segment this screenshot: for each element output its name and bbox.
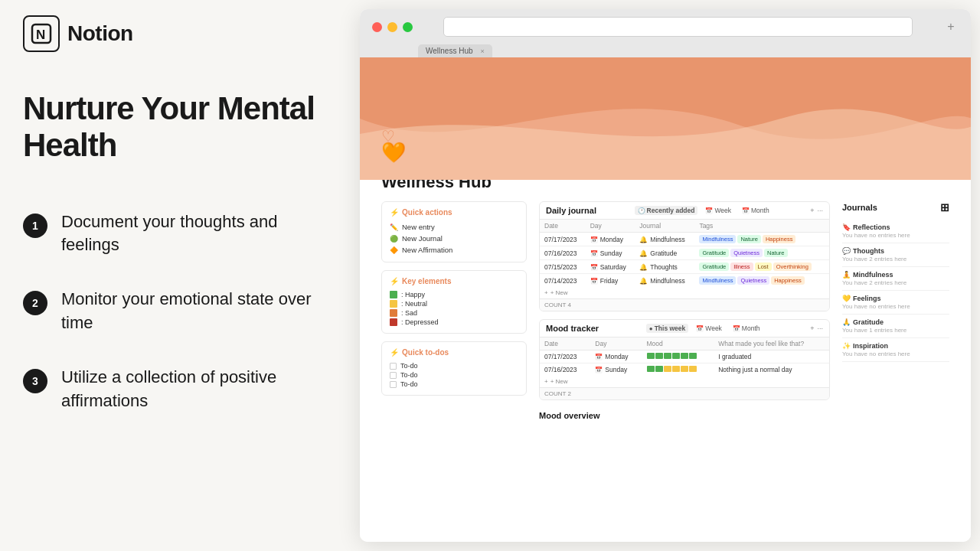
db-actions[interactable]: + ··· [810,207,823,214]
qa-new-entry[interactable]: ✏️ New entry [390,221,518,233]
add-col-btn-mood[interactable]: + [810,324,814,332]
logo-area: N Notion [23,15,337,52]
journal-entries-list: 🔖 Reflections You have no entries here 💬… [842,220,949,362]
table-row[interactable]: 07/15/2023 📅Saturday 🔔Thoughts Gratitude… [540,260,829,274]
feature-text-2: Monitor your emotional state over time [61,288,337,335]
mood-count: COUNT 2 [540,387,829,399]
table-row[interactable]: 07/14/2023 📅Friday 🔔Mindfulness Mindfuln… [540,274,829,288]
browser-tab[interactable]: Wellness Hub × [418,44,492,57]
mood-tracker-table: Date Day Mood What made you feel like th… [540,337,829,376]
todo-3[interactable]: To-do [390,380,518,389]
tab-week[interactable]: 📅 Week [702,206,734,215]
cell-journal: 🔔Gratitude [635,246,694,260]
mood-overview: Mood overview [539,408,830,423]
wellness-icon-group: ♡ 🧡 [381,129,949,165]
todo-1[interactable]: To-do [390,361,518,370]
cell-day: 📅Saturday [586,260,635,274]
list-item[interactable]: 🔖 Reflections You have no entries here [842,220,949,243]
close-dot[interactable] [372,22,382,32]
clock-icon: 🕐 [638,207,645,214]
mt-cell-mood [642,364,714,377]
mt-col-mood: Mood [642,337,714,350]
mood-new-row[interactable]: + + New [540,376,829,387]
ke-depressed: : Depressed [390,318,518,327]
calendar-icon-3: 📅 [696,325,704,332]
more-options-btn-mood[interactable]: ··· [817,324,823,332]
tab-close-btn[interactable]: × [481,47,485,55]
journal-new-row[interactable]: + + New [540,287,829,298]
quick-actions-title: ⚡ Quick actions [390,208,518,217]
list-item[interactable]: ✨ Inspiration You have no entries here [842,338,949,362]
mt-cell-note: Nothing just a normal day [714,364,829,377]
right-panel: + Wellness Hub × ♡ [360,0,980,551]
tab-recently-added[interactable]: 🕐 Recently added [635,206,698,215]
affirmation-icon: 🔶 [390,246,398,254]
list-item[interactable]: 🙏 Gratitude You have 1 entries here [842,315,949,338]
todo-checkbox-3[interactable] [390,381,397,388]
key-elements-title: ⚡ Key elements [390,277,518,285]
cell-date: 07/17/2023 [540,233,586,246]
feature-text-3: Utilize a collection of positive affirma… [61,366,337,413]
table-row[interactable]: 07/17/2023 📅Monday 🔔Mindfulness Mindfuln… [540,233,829,246]
cell-tags: MindfulnessQuietnessHappiness [694,274,829,288]
mood-tracker-header: Mood tracker ● This week 📅 Week [540,320,829,337]
browser-chrome: + Wellness Hub × [360,9,971,57]
tab-month[interactable]: 📅 Month [739,206,773,215]
calendar-icon-4: 📅 [733,325,740,332]
ke-neutral: : Neutral [390,299,518,308]
journal-view-icon[interactable]: ⊞ [940,201,949,214]
journal-entry-subtitle: You have 2 entries here [842,279,949,286]
tab-month-mood[interactable]: 📅 Month [730,324,763,333]
dot-icon: ● [649,325,653,332]
qa-new-journal[interactable]: 🟢 New Journal [390,233,518,244]
col-date: Date [540,220,586,233]
left-panel: N Notion Nurture Your Mental Health 1 Do… [0,0,360,551]
journal-count: COUNT 4 [540,298,829,311]
more-options-btn[interactable]: ··· [817,207,823,214]
address-bar[interactable] [443,17,913,37]
cell-date: 07/16/2023 [540,246,586,260]
qa-new-affirmation[interactable]: 🔶 New Affirmation [390,244,518,256]
cell-tags: MindfulnessNatureHappiness [694,233,829,246]
list-item[interactable]: 💬 Thoughts You have 2 entries here [842,243,949,267]
maximize-dot[interactable] [403,22,413,32]
quick-todos-title: ⚡ Quick to-dos [390,348,518,357]
journal-entry-subtitle: You have 1 entries here [842,327,949,334]
table-row[interactable]: 07/16/2023 📅Sunday 🔔Gratitude GratitudeQ… [540,246,829,260]
table-row[interactable]: 07/17/2023 📅Monday I graduated [540,350,829,364]
cell-journal: 🔔Thoughts [635,260,694,274]
todo-checkbox-2[interactable] [390,372,397,379]
mood-tracker-title: Mood tracker [546,324,599,333]
table-row[interactable]: 07/16/2023 📅Sunday Nothing just a normal… [540,364,829,377]
tab-this-week[interactable]: ● This week [646,324,688,333]
depressed-color [390,318,397,326]
list-item[interactable]: 💛 Feelings You have no entries here [842,291,949,315]
feature-text-1: Document your thoughts and feelings [61,210,337,258]
notion-right-col: Journals ⊞ 🔖 Reflections You have no ent… [842,201,949,540]
tab-week-mood[interactable]: 📅 Week [693,324,725,333]
journals-header: Journals ⊞ [842,201,949,214]
mood-tracker-tabs[interactable]: ● This week 📅 Week 📅 M [646,324,763,333]
mood-db-actions[interactable]: + ··· [810,324,823,332]
new-tab-button[interactable]: + [943,20,959,34]
feature-item-2: 2 Monitor your emotional state over time [23,272,337,350]
daily-journal-table: Date Day Journal [540,219,829,287]
todo-checkbox-1[interactable] [390,363,397,370]
cell-day: 📅Monday [586,233,635,246]
notion-logo-icon: N [23,15,60,52]
minimize-dot[interactable] [387,22,397,32]
journal-entry-title: 💛 Feelings [842,295,949,302]
browser-tab-label: Wellness Hub [426,47,473,55]
feature-item-3: 3 Utilize a collection of positive affir… [23,350,337,429]
cell-date: 07/15/2023 [540,260,586,274]
daily-journal-tabs[interactable]: 🕐 Recently added 📅 Week 📅 [635,206,773,215]
browser-content: ♡ 🧡 Wellness Hub ⚡ Quick actions [360,57,971,542]
add-col-btn[interactable]: + [810,207,814,214]
mt-cell-day: 📅Monday [590,350,642,364]
cell-tags: GratitudeIllnessLostOverthinking [694,260,829,274]
journal-entry-subtitle: You have no entries here [842,303,949,310]
list-item[interactable]: 🧘 Mindfulness You have 2 entries here [842,267,949,291]
todo-2[interactable]: To-do [390,370,518,380]
col-day: Day [586,220,635,233]
journal-icon: 🟢 [390,235,398,243]
